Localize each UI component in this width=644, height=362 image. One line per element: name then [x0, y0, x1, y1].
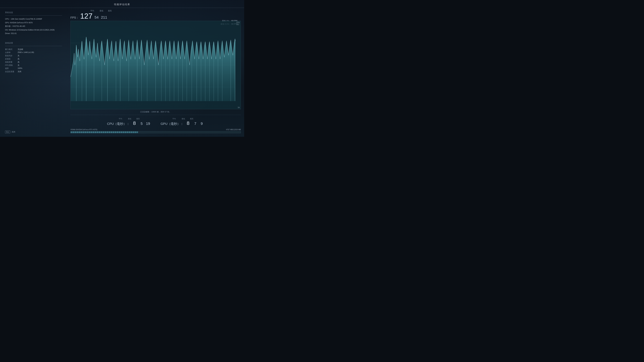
- gpu-section: 平均 最低 最高 GPU（毫秒）： 8 7 9: [160, 118, 204, 126]
- setting-val-1: 2560 x 1440 (x1.00): [18, 51, 62, 54]
- fps-header-area: 平均 最低 最高 FPS： 127 54 211 最低 1%： 93 FPS: [70, 9, 241, 20]
- vram-section: VRAM (NVIDIA GeForce RTX 4070) 4767 MB/1…: [70, 127, 241, 135]
- game-settings-title: 游戏设置: [5, 42, 62, 44]
- settings-grid: 窗口模式无边框分辨率2560 x 1440 (x1.00)垂直同步关反锯齿高画面…: [5, 48, 62, 73]
- setting-key-5: FPS 限制: [5, 64, 14, 66]
- fps-chart: FPS 211 54: [70, 21, 241, 109]
- vram-bar-container: [70, 131, 241, 133]
- gpu-max-value: 9: [199, 121, 204, 126]
- cpu-avg-value: 8: [131, 120, 138, 126]
- vram-header: VRAM (NVIDIA GeForce RTX 4070) 4767 MB/1…: [70, 129, 241, 131]
- cpu-col-avg: 平均: [117, 118, 124, 120]
- os-info: OS: Windows 10 Enterprise Edition 64-bit…: [5, 28, 62, 31]
- chart-fps-label: FPS 211: [236, 22, 240, 25]
- right-panel: 平均 最低 最高 FPS： 127 54 211 最低 1%： 93 FPS: [67, 8, 244, 136]
- gpu-info: GPU: NVIDIA GeForce RTX 4070: [5, 21, 62, 24]
- fps-values-row: FPS： 127 54 211: [70, 12, 241, 20]
- fps-col-labels-row: 平均 最低 最高: [87, 9, 241, 12]
- setting-key-6: 视野: [5, 67, 14, 70]
- gpu-col-max: 最高: [189, 118, 194, 120]
- fps-avg-value: 127: [80, 12, 92, 20]
- fps-col-avg-label: 平均: [87, 9, 97, 12]
- cpu-col-max: 最高: [136, 118, 140, 120]
- vram-label: VRAM (NVIDIA GeForce RTX 4070): [70, 129, 97, 131]
- setting-key-7: 自适应质量: [5, 70, 14, 73]
- setting-key-0: 窗口模式: [5, 48, 14, 51]
- cpu-col-min: 最低: [127, 118, 132, 120]
- gpu-avg-value: 8: [185, 120, 192, 126]
- cpu-section: 平均 最低 最高 CPU（毫秒）： 8 5 19: [107, 118, 150, 126]
- setting-val-0: 无边框: [18, 48, 62, 51]
- left-panel: 系统信息 CPU：13th Gen Intel(R) Core(TM) i5-1…: [0, 8, 67, 136]
- fps-max-value: 211: [101, 15, 107, 19]
- cpu-max-value: 19: [146, 121, 150, 126]
- system-info-title: 系统信息: [5, 11, 62, 14]
- driver-info: Driver: 531.61: [5, 32, 62, 35]
- chart-max-value: 211: [236, 23, 240, 25]
- main-layout: 系统信息 CPU：13th Gen Intel(R) Core(TM) i5-1…: [0, 8, 244, 136]
- esc-close-area[interactable]: Esc 关闭: [5, 131, 15, 133]
- setting-val-4: 高: [18, 61, 62, 63]
- setting-key-1: 分辨率: [5, 51, 14, 54]
- fps-min-value: 54: [94, 15, 98, 19]
- display-info: 显示器：VX2731-4K-HD: [5, 25, 62, 28]
- cpu-gpu-section: 平均 最低 最高 CPU（毫秒）： 8 5 19 平均 最低: [70, 116, 241, 127]
- cpu-info: CPU：13th Gen Intel(R) Core(TM) i5-13490F: [5, 17, 62, 21]
- setting-val-7: 关闭: [18, 70, 62, 73]
- fps-label: FPS：: [70, 16, 79, 19]
- page-title: 性能评估结果: [0, 3, 244, 6]
- chart-fps-unit: FPS: [236, 22, 240, 23]
- gpu-min-value: 7: [193, 121, 198, 126]
- rendered-frames-text: 已渲染帧数：10805 帧，耗时 57 秒。: [70, 111, 241, 113]
- fps-chart-svg: [70, 21, 241, 109]
- setting-key-2: 垂直同步: [5, 54, 14, 57]
- gpu-col-min: 最低: [181, 118, 186, 120]
- cpu-values-row: CPU（毫秒）： 8 5 19: [107, 120, 150, 126]
- setting-val-3: 高: [18, 58, 62, 60]
- setting-val-2: 关: [18, 54, 62, 57]
- gpu-col-labels: 平均 最低 最高: [171, 118, 194, 120]
- esc-key[interactable]: Esc: [5, 131, 10, 133]
- gpu-col-avg: 平均: [171, 118, 178, 120]
- vram-value: 4767 MB/12026 MB: [226, 129, 241, 131]
- vram-bar-fill: [70, 131, 138, 133]
- close-label: 关闭: [12, 131, 15, 133]
- setting-key-4: 画面质量: [5, 61, 14, 63]
- gpu-values-row: GPU（毫秒）： 8 7 9: [160, 120, 204, 126]
- cpu-col-labels: 平均 最低 最高: [117, 118, 140, 120]
- content-wrapper: 性能评估结果 系统信息 CPU：13th Gen Intel(R) Core(T…: [0, 0, 244, 137]
- chart-min-label: 54: [238, 107, 240, 108]
- fps-col-min-label: 最低: [97, 9, 106, 12]
- gpu-label: GPU（毫秒）：: [160, 122, 183, 126]
- cpu-label: CPU（毫秒）：: [107, 122, 130, 126]
- setting-key-3: 反锯齿: [5, 58, 14, 60]
- fps-col-max-label: 最高: [106, 9, 114, 12]
- setting-val-6: 100%: [18, 67, 62, 70]
- title-bar: 性能评估结果: [0, 0, 244, 8]
- cpu-min-value: 5: [139, 121, 144, 126]
- setting-val-5: 关: [18, 64, 62, 66]
